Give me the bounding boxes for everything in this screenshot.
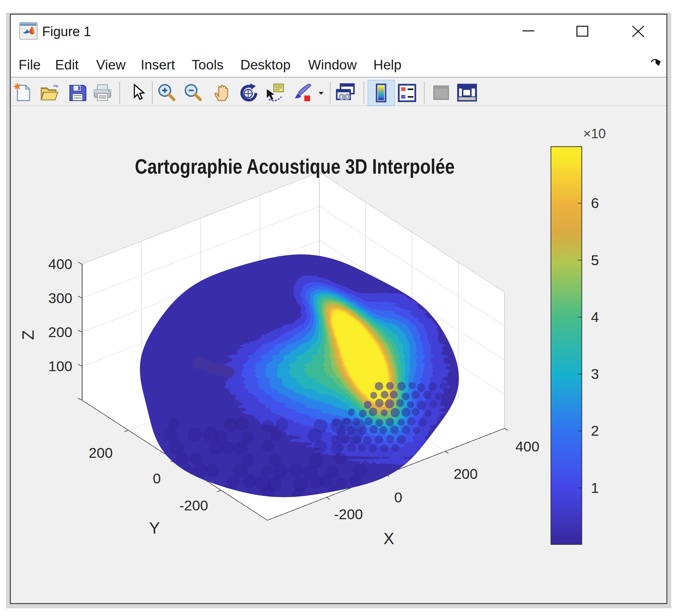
svg-text:1: 1 (591, 480, 599, 496)
svg-text:3: 3 (591, 366, 599, 382)
svg-text:2: 2 (591, 423, 599, 439)
svg-text:200: 200 (48, 324, 72, 340)
svg-text:300: 300 (48, 290, 72, 306)
svg-text:400: 400 (48, 256, 72, 272)
svg-text:100: 100 (48, 358, 72, 374)
svg-text:×10: ×10 (583, 126, 606, 141)
svg-text:4: 4 (591, 309, 599, 325)
svg-text:6: 6 (591, 195, 599, 211)
svg-text:5: 5 (591, 252, 599, 268)
svg-text:X: X (384, 529, 394, 548)
svg-text:Z: Z (19, 330, 37, 340)
svg-text:-200: -200 (179, 497, 208, 514)
svg-text:400: 400 (515, 438, 539, 455)
svg-text:0: 0 (394, 489, 402, 505)
svg-text:200: 200 (454, 466, 478, 482)
svg-text:0: 0 (153, 470, 161, 487)
svg-text:-200: -200 (334, 506, 363, 522)
svg-text:Y: Y (149, 519, 160, 537)
svg-text:200: 200 (89, 445, 113, 461)
